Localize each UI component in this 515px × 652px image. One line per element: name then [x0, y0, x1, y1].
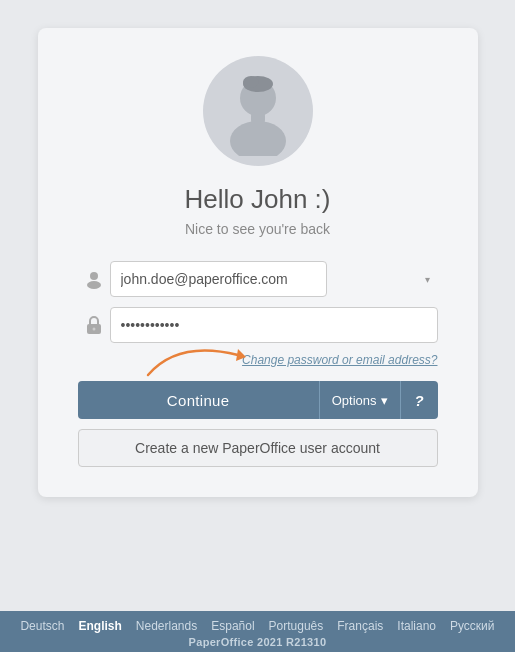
lang-russian[interactable]: Русский	[450, 619, 495, 633]
svg-point-4	[243, 76, 259, 88]
action-button-row: Continue Options ▾ ?	[78, 381, 438, 419]
lang-francais[interactable]: Français	[337, 619, 383, 633]
user-icon	[78, 269, 110, 289]
svg-point-6	[87, 281, 101, 289]
help-icon: ?	[414, 392, 423, 409]
email-wrapper: ▾	[110, 261, 438, 297]
lang-portugues[interactable]: Português	[269, 619, 324, 633]
options-label: Options	[332, 393, 377, 408]
arrow-decoration	[138, 335, 258, 385]
lang-english[interactable]: English	[78, 619, 121, 633]
greeting-hello: Hello John :)	[185, 184, 331, 215]
create-account-button[interactable]: Create a new PaperOffice user account	[78, 429, 438, 467]
options-chevron-icon: ▾	[381, 393, 388, 408]
svg-point-8	[92, 328, 95, 331]
greeting-subtitle: Nice to see you're back	[185, 221, 330, 237]
brand-label: PaperOffice 2021 R21310	[189, 636, 327, 648]
email-input[interactable]	[110, 261, 327, 297]
svg-marker-9	[236, 349, 246, 361]
change-password-link[interactable]: Change password or email address?	[242, 353, 437, 367]
dropdown-arrow-icon[interactable]: ▾	[425, 274, 430, 285]
lang-nederlands[interactable]: Nederlands	[136, 619, 197, 633]
lock-icon	[78, 314, 110, 336]
lang-deutsch[interactable]: Deutsch	[20, 619, 64, 633]
language-links: Deutsch English Nederlands Español Portu…	[20, 619, 494, 633]
svg-point-1	[230, 121, 286, 156]
options-button[interactable]: Options ▾	[319, 381, 400, 419]
change-link-row: Change password or email address?	[78, 353, 438, 367]
help-button[interactable]: ?	[400, 381, 438, 419]
lang-italiano[interactable]: Italiano	[397, 619, 436, 633]
lang-espanol[interactable]: Español	[211, 619, 254, 633]
svg-rect-2	[251, 112, 265, 124]
login-card: Hello John :) Nice to see you're back ▾	[38, 28, 478, 497]
footer: Deutsch English Nederlands Español Portu…	[0, 611, 515, 652]
avatar	[203, 56, 313, 166]
email-row: ▾	[78, 261, 438, 297]
svg-point-5	[90, 272, 98, 280]
password-row	[78, 307, 438, 343]
continue-button[interactable]: Continue	[78, 381, 319, 419]
